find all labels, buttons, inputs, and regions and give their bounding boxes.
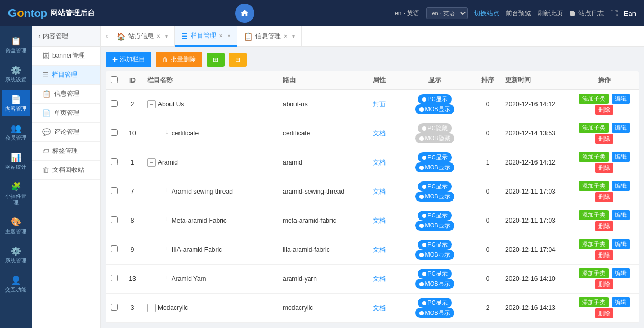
tab-site-info[interactable]: 🏠 站点信息 ✕ ▾ [110,26,175,47]
tab-info-close[interactable]: ✕ [283,33,288,39]
edit-button[interactable]: 编辑 [612,297,630,307]
nav-item-recycle[interactable]: 🗑 文档回收站 [32,161,100,180]
nav-item-info[interactable]: 📋 信息管理 [32,85,100,104]
home-button[interactable] [235,4,254,23]
mob-toggle[interactable]: MOB显示 [415,308,454,318]
lang-select[interactable]: en · 英语 zh · 中文 [426,7,468,19]
mob-toggle[interactable]: MOB显示 [415,221,454,231]
delete-button[interactable]: 删除 [595,192,613,202]
tab-site-arrow: ▾ [165,33,168,39]
row-attr[interactable]: 文档 [363,235,395,265]
edit-button[interactable]: 编辑 [612,181,630,191]
edit-button[interactable]: 编辑 [612,152,630,162]
row-attr[interactable]: 封面 [363,89,395,119]
mob-toggle[interactable]: MOB显示 [415,250,454,260]
sidebar-item-member[interactable]: 👥 会员管理 [2,119,30,145]
nav-item-banner[interactable]: 🖼 banner管理 [32,47,100,66]
pc-toggle[interactable]: PC显示 [418,181,451,192]
pc-toggle[interactable]: PC显示 [418,240,451,250]
edit-button[interactable]: 编辑 [612,123,630,133]
delete-button[interactable]: 删除 [595,105,613,115]
preview-button[interactable]: 前台预览 [506,9,531,18]
mob-toggle[interactable]: MOB显示 [415,162,454,172]
pc-toggle[interactable]: PC显示 [418,94,451,104]
mob-toggle[interactable]: MOB显示 [415,192,454,202]
add-subcat-button[interactable]: 添加子类 [579,94,609,104]
expand-button[interactable]: ⊞ [207,53,225,67]
row-checkbox[interactable] [111,245,118,252]
pc-toggle[interactable]: PC显示 [418,269,451,279]
row-sort: 0 [475,206,501,235]
add-subcat-button[interactable]: 添加子类 [579,239,609,249]
sidebar-item-plugins[interactable]: 🧩 小插件管理 [2,177,30,210]
mob-toggle[interactable]: MOB显示 [415,104,454,114]
edit-button[interactable]: 编辑 [612,239,630,249]
pc-toggle[interactable]: PC显示 [418,211,451,221]
row-checkbox[interactable] [111,100,118,107]
select-all-checkbox[interactable] [111,76,118,83]
add-subcat-button[interactable]: 添加子类 [579,152,609,162]
sidebar-item-asset[interactable]: 📋 资盘管理 [2,32,30,58]
delete-button[interactable]: 删除 [595,308,613,318]
row-attr[interactable]: 文档 [363,148,395,177]
mob-toggle[interactable]: MOB显示 [415,279,454,289]
row-attr[interactable]: 文档 [363,294,395,323]
row-attr[interactable]: 文档 [363,119,395,148]
delete-button[interactable]: 删除 [595,163,613,173]
switch-site-button[interactable]: 切换站点 [474,9,499,18]
add-subcat-button[interactable]: 添加子类 [579,210,609,220]
sidebar-item-interact[interactable]: 👤 交互功能 [2,271,30,297]
row-attr[interactable]: 文档 [363,206,395,235]
add-subcat-button[interactable]: 添加子类 [579,123,609,133]
add-subcat-button[interactable]: 添加子类 [579,268,609,278]
pc-toggle[interactable]: PC隐藏 [418,123,451,133]
edit-button[interactable]: 编辑 [612,268,630,278]
edit-button[interactable]: 编辑 [612,94,630,104]
tab-info-mgmt[interactable]: 📋 信息管理 ✕ ▾ [237,26,302,47]
nav-item-tag[interactable]: 🏷 标签管理 [32,142,100,161]
sidebar-item-system-settings[interactable]: ⚙️ 系统设置 [2,61,30,87]
collapse-toggle[interactable]: − [147,158,156,167]
sidebar-item-stats[interactable]: 📊 网站统计 [2,148,30,175]
tab-left-arrow[interactable]: ‹ [106,33,108,39]
batch-delete-button[interactable]: 🗑 批量删除 [156,52,202,67]
collapse-toggle[interactable]: − [147,304,156,312]
nav-header[interactable]: ‹ 内容管理 [32,26,100,47]
tab-column-close[interactable]: ✕ [219,33,223,39]
pc-toggle[interactable]: PC显示 [418,298,451,308]
row-attr[interactable]: 文档 [363,177,395,206]
nav-item-page[interactable]: 📄 单页管理 [32,104,100,123]
edit-button[interactable]: 编辑 [612,210,630,220]
fullscreen-icon[interactable]: ⛶ [610,9,618,17]
row-attr[interactable]: 文档 [363,265,395,294]
row-checkbox[interactable] [111,129,118,136]
add-column-button[interactable]: ✚ 添加栏目 [106,52,151,67]
header-center [235,4,254,23]
row-checkbox[interactable] [111,304,118,311]
collapse-toggle[interactable]: − [147,100,156,108]
refresh-button[interactable]: 刷新此页 [538,9,563,18]
mob-toggle[interactable]: MOB隐藏 [415,133,454,143]
add-subcat-button[interactable]: 添加子类 [579,297,609,307]
row-checkbox[interactable] [111,158,118,165]
row-checkbox[interactable] [111,187,118,194]
row-attr[interactable]: 文档 [363,323,395,323]
delete-button[interactable]: 删除 [595,279,613,289]
delete-button[interactable]: 删除 [595,134,613,144]
pc-toggle[interactable]: PC显示 [418,152,451,162]
delete-icon: 🗑 [162,56,168,63]
tab-column-mgmt[interactable]: ☰ 栏目管理 ✕ ▾ [175,26,237,47]
add-subcat-button[interactable]: 添加子类 [579,181,609,191]
delete-button[interactable]: 删除 [595,221,613,231]
delete-button[interactable]: 删除 [595,250,613,260]
sidebar-item-content[interactable]: 📄 内容管理 [2,90,30,116]
row-checkbox[interactable] [111,216,118,223]
tab-site-close[interactable]: ✕ [156,33,160,39]
row-checkbox[interactable] [111,275,118,281]
collapse-button[interactable]: ⊟ [229,53,247,67]
nav-item-column[interactable]: ☰ 栏目管理 [32,66,100,85]
sidebar-item-themes[interactable]: 🎨 主题管理 [2,213,30,239]
sidebar-item-sys[interactable]: ⚙️ 系统管理 [2,242,30,268]
nav-item-comment[interactable]: 💬 评论管理 [32,123,100,142]
site-log-button[interactable]: 站点日志 [569,9,604,18]
